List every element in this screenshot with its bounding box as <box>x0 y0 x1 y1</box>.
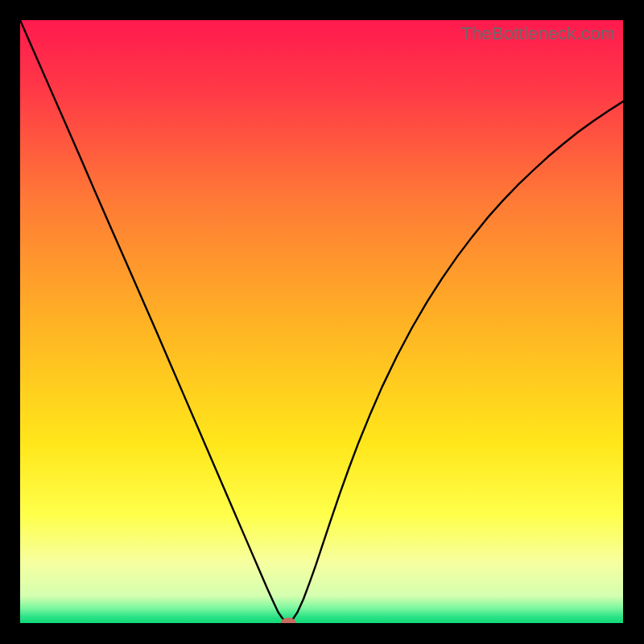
bottleneck-chart <box>20 20 623 623</box>
gradient-background <box>20 20 623 623</box>
watermark-text: TheBottleneck.com <box>460 23 615 44</box>
chart-frame: TheBottleneck.com <box>20 20 623 623</box>
